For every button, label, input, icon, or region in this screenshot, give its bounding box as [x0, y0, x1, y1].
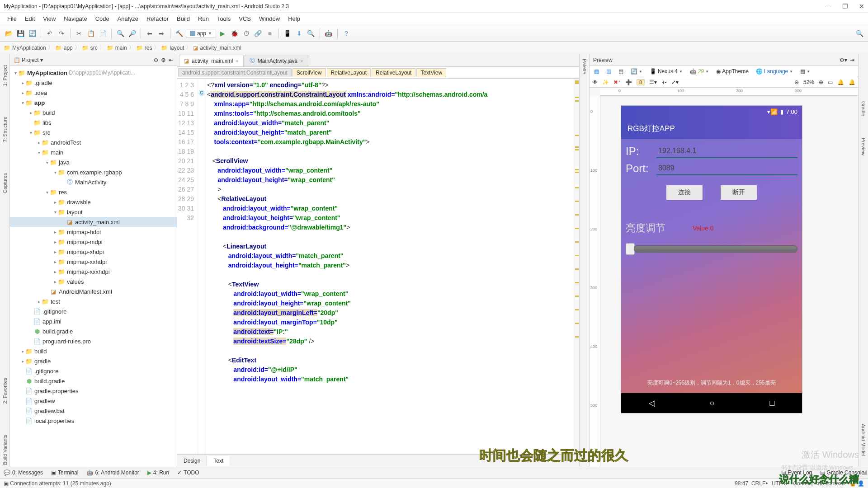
connect-button[interactable]: 连接: [666, 185, 703, 200]
crumb-layout[interactable]: 📁layout: [161, 45, 184, 51]
hide-panel-icon[interactable]: ⇤: [169, 57, 173, 63]
tab-structure[interactable]: 7: Structure: [2, 115, 8, 144]
tab-palette[interactable]: Palette: [582, 57, 587, 76]
make-icon[interactable]: 🔨: [174, 28, 184, 38]
editor-tab-xml[interactable]: ◪activity_main.xml×: [179, 55, 244, 66]
crumb-file[interactable]: ◪activity_main.xml: [193, 45, 241, 51]
window-icon[interactable]: ▣: [4, 480, 9, 487]
orientation-icon[interactable]: 🔄▼: [629, 68, 644, 75]
android-icon[interactable]: 🤖: [324, 28, 334, 38]
port-input[interactable]: [656, 162, 797, 175]
pack-icon[interactable]: ⫞▾: [661, 79, 667, 85]
tab-design[interactable]: Design: [177, 456, 207, 466]
tab-messages[interactable]: 💬0: Messages: [4, 469, 43, 476]
tab-preview[interactable]: Preview: [861, 136, 866, 157]
tab-project[interactable]: 1: Project: [2, 63, 8, 88]
attach-icon[interactable]: 🔗: [253, 28, 263, 38]
nav-recent-icon[interactable]: □: [769, 399, 774, 408]
zoom-in-icon[interactable]: ⊕: [819, 79, 823, 85]
tab-build-variants[interactable]: Build Variants: [2, 433, 8, 467]
run-icon[interactable]: ▶: [218, 28, 228, 38]
run-config-selector[interactable]: app ▼: [186, 29, 216, 38]
editor-tab-java[interactable]: ⒸMainActivity.java×: [245, 55, 308, 66]
variant-selector[interactable]: ▦▼: [798, 68, 812, 75]
close-icon[interactable]: ×: [300, 58, 303, 64]
menu-tools[interactable]: Tools: [213, 14, 234, 23]
notifications-icon[interactable]: 🔔: [849, 79, 855, 85]
view-mode-both[interactable]: ▤: [617, 68, 625, 75]
menu-analyze[interactable]: Analyze: [114, 14, 142, 23]
brightness-slider[interactable]: [626, 243, 797, 255]
profile-icon[interactable]: ⏱: [241, 28, 251, 38]
tab-captures[interactable]: Captures: [2, 171, 8, 195]
cut-icon[interactable]: ✂: [74, 28, 84, 38]
warning-count[interactable]: 8: [637, 79, 645, 85]
line-separator[interactable]: CRLF: [751, 480, 765, 487]
nav-home-icon[interactable]: ○: [710, 399, 715, 408]
project-tree[interactable]: ▾📁MyApplication D:\app\app01\MyApplicati…: [10, 66, 177, 467]
forward-icon[interactable]: ➡: [156, 28, 166, 38]
locale-selector[interactable]: 🌐Language▼: [754, 68, 795, 75]
device-selector[interactable]: 📱Nexus 4▼: [648, 68, 684, 75]
maximize-button[interactable]: ❐: [842, 3, 848, 10]
crumb-main[interactable]: 📁main: [107, 45, 127, 51]
crumb-src[interactable]: 📁src: [82, 45, 98, 51]
caret-position[interactable]: 98:47: [735, 480, 748, 487]
crumb-res[interactable]: 📁res: [136, 45, 152, 51]
class-marker-icon[interactable]: C: [198, 90, 205, 96]
sync-icon[interactable]: 🔄: [27, 28, 37, 38]
api-selector[interactable]: 🤖29▼: [688, 68, 711, 75]
collapse-icon[interactable]: ⊙: [154, 57, 158, 63]
clear-icon[interactable]: ✖⁺: [613, 79, 621, 85]
debug-icon[interactable]: 🐞: [230, 28, 240, 38]
tab-favorites[interactable]: 2: Favorites: [2, 376, 8, 405]
view-mode-blueprint[interactable]: ▥: [604, 68, 613, 75]
layers-icon[interactable]: 🔔: [837, 79, 844, 85]
magic-icon[interactable]: ✨: [602, 79, 609, 85]
expand-icon[interactable]: ⤢▾: [671, 79, 679, 85]
redo-icon[interactable]: ↷: [57, 28, 66, 38]
pan-icon[interactable]: 👁: [592, 79, 598, 85]
tab-android-model[interactable]: Android Model: [861, 422, 866, 458]
preview-canvas[interactable]: 0100200300 0100200300400500 ▾📶▮7:00 RGB灯…: [590, 88, 858, 467]
tab-text[interactable]: Text: [207, 456, 230, 466]
tab-todo[interactable]: ✓TODO: [177, 469, 199, 476]
tab-android-monitor[interactable]: 🤖6: Android Monitor: [86, 469, 139, 476]
menu-file[interactable]: File: [4, 14, 20, 23]
search-everywhere-icon[interactable]: 🔍: [854, 28, 864, 38]
tab-terminal[interactable]: ▣Terminal: [51, 469, 78, 476]
paste-icon[interactable]: 📄: [98, 28, 108, 38]
guidelines-icon[interactable]: ➕: [625, 79, 632, 85]
zoom-fit-icon[interactable]: ▭: [828, 79, 833, 85]
stop-icon[interactable]: ■: [265, 28, 275, 38]
back-icon[interactable]: ⬅: [145, 28, 155, 38]
menu-window[interactable]: Window: [255, 14, 283, 23]
zoom-out-icon[interactable]: ⊖: [794, 79, 799, 85]
crumb-root[interactable]: 📁MyApplication: [4, 45, 46, 51]
hide-preview-icon[interactable]: ⇥: [850, 57, 854, 63]
menu-run[interactable]: Run: [194, 14, 212, 23]
menu-view[interactable]: View: [39, 14, 59, 23]
close-icon[interactable]: ×: [236, 58, 238, 64]
code-content[interactable]: <?xml version="1.0" encoding="utf-8"?> <…: [205, 79, 574, 454]
project-view-selector[interactable]: 📋 Project ▾: [14, 57, 43, 63]
gear-icon[interactable]: ⚙▾: [840, 57, 847, 63]
disconnect-button[interactable]: 断开: [721, 185, 757, 200]
avd-icon[interactable]: 📱: [283, 28, 292, 38]
resize-handle[interactable]: ◢: [862, 468, 867, 475]
menu-build[interactable]: Build: [173, 14, 193, 23]
copy-icon[interactable]: 📋: [86, 28, 96, 38]
save-icon[interactable]: 💾: [15, 28, 25, 38]
menu-edit[interactable]: Edit: [21, 14, 38, 23]
menu-navigate[interactable]: Navigate: [60, 14, 90, 23]
find-icon[interactable]: 🔍: [115, 28, 125, 38]
tree-settings-icon[interactable]: ⚙: [161, 57, 166, 63]
help-icon[interactable]: ?: [341, 28, 351, 38]
menu-code[interactable]: Code: [92, 14, 113, 23]
view-mode-design[interactable]: ▦: [592, 68, 601, 75]
replace-icon[interactable]: 🔎: [127, 28, 137, 38]
layout-inspector-icon[interactable]: 🔍: [306, 28, 316, 38]
ip-input[interactable]: [656, 145, 797, 158]
tab-run[interactable]: ▶4: Run: [147, 469, 169, 476]
menu-refactor[interactable]: Refactor: [143, 14, 172, 23]
